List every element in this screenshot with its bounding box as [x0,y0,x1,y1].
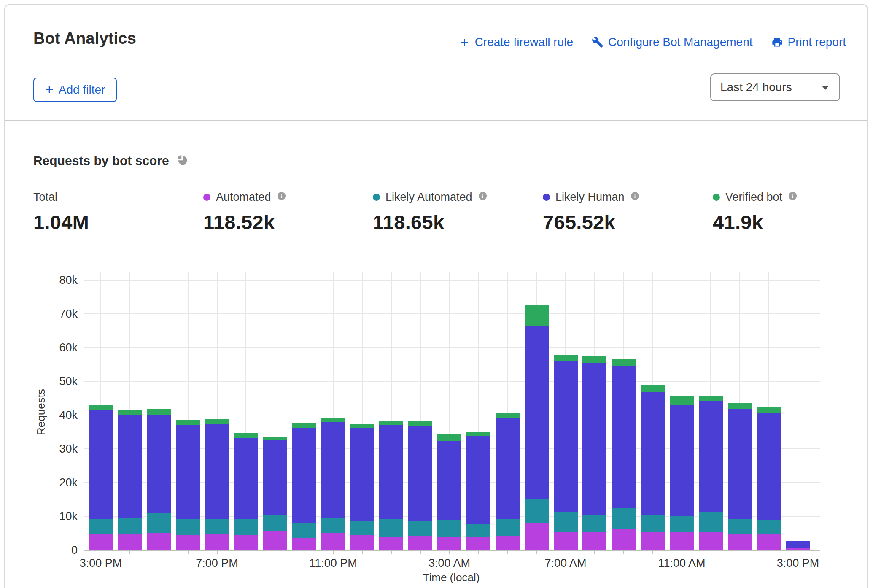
bar-segment-verified-bot[interactable] [147,409,171,415]
bar-segment-likely-human[interactable] [670,405,694,516]
bar-segment-verified-bot[interactable] [408,421,432,426]
bar-segment-automated[interactable] [670,532,694,550]
bar-segment-verified-bot[interactable] [234,433,258,438]
bar-segment-likely-human[interactable] [728,409,752,519]
bar-segment-verified-bot[interactable] [554,355,578,361]
stat-automated[interactable]: Automated 118.52k [203,191,286,234]
bar-segment-automated[interactable] [350,535,374,550]
bar-segment-likely-human[interactable] [321,422,345,518]
bar-segment-likely-automated[interactable] [466,524,490,537]
info-icon[interactable] [277,191,286,204]
bar-segment-likely-automated[interactable] [263,515,287,531]
bar-segment-likely-automated[interactable] [641,515,665,532]
bar-segment-likely-human[interactable] [408,426,432,521]
bar-segment-likely-human[interactable] [205,424,229,519]
bar-segment-likely-automated[interactable] [205,519,229,534]
bar-segment-automated[interactable] [612,529,636,550]
bar-segment-likely-automated[interactable] [670,516,694,532]
bar-segment-likely-automated[interactable] [292,523,316,538]
bar-segment-verified-bot[interactable] [321,418,345,422]
bar-segment-likely-automated[interactable] [350,521,374,535]
bar-segment-automated[interactable] [757,534,781,550]
configure-bot-management-link[interactable]: Configure Bot Management [592,35,752,49]
bar-segment-automated[interactable] [525,523,549,550]
bar-segment-automated[interactable] [263,531,287,550]
bar-segment-verified-bot[interactable] [205,419,229,424]
bar-segment-automated[interactable] [582,532,606,550]
bar-segment-likely-automated[interactable] [408,521,432,536]
bar-segment-likely-human[interactable] [89,410,113,519]
bar-segment-likely-automated[interactable] [437,520,461,537]
bar-segment-likely-automated[interactable] [234,519,258,535]
bar-segment-likely-human[interactable] [466,436,490,523]
bar-segment-likely-human[interactable] [582,363,606,515]
bar-segment-verified-bot[interactable] [292,423,316,428]
bar-segment-likely-human[interactable] [350,428,374,521]
bar-segment-verified-bot[interactable] [350,424,374,428]
bar-segment-automated[interactable] [408,536,432,550]
bar-segment-likely-human[interactable] [118,415,142,518]
bar-segment-automated[interactable] [641,532,665,550]
bar-segment-verified-bot[interactable] [379,421,403,425]
stat-likely-automated[interactable]: Likely Automated 118.65k [373,191,488,234]
bar-segment-verified-bot[interactable] [641,385,665,392]
bar-segment-likely-automated[interactable] [379,519,403,537]
bar-segment-automated[interactable] [147,533,171,550]
bar-segment-verified-bot[interactable] [466,432,490,436]
bar-segment-automated[interactable] [554,532,578,550]
bar-segment-verified-bot[interactable] [582,356,606,363]
bar-segment-likely-human[interactable] [234,438,258,518]
bar-segment-verified-bot[interactable] [728,403,752,409]
bar-segment-automated[interactable] [437,537,461,550]
bar-segment-verified-bot[interactable] [176,420,200,425]
bar-segment-verified-bot[interactable] [670,396,694,405]
bar-segment-automated[interactable] [205,534,229,550]
bar-segment-likely-human[interactable] [379,425,403,519]
bar-segment-verified-bot[interactable] [263,437,287,440]
info-icon[interactable] [478,191,488,204]
bar-segment-automated[interactable] [728,534,752,550]
bar-segment-likely-automated[interactable] [728,519,752,534]
bar-segment-automated[interactable] [786,548,810,550]
bar-segment-automated[interactable] [321,533,345,550]
bar-segment-automated[interactable] [379,537,403,550]
bar-segment-likely-automated[interactable] [525,499,549,523]
bar-segment-automated[interactable] [699,532,723,550]
bar-segment-verified-bot[interactable] [89,405,113,410]
bar-segment-likely-human[interactable] [176,425,200,519]
bar-segment-likely-automated[interactable] [554,512,578,532]
bar-segment-automated[interactable] [234,535,258,550]
bar-segment-likely-human[interactable] [612,366,636,508]
bar-segment-likely-automated[interactable] [582,515,606,532]
time-range-dropdown[interactable]: Last 24 hours [710,73,840,101]
bar-segment-likely-human[interactable] [699,401,723,512]
bar-segment-likely-human[interactable] [786,541,810,548]
bar-segment-likely-human[interactable] [496,418,520,519]
bar-segment-verified-bot[interactable] [496,413,520,418]
stat-verified-bot[interactable]: Verified bot 41.9k [713,191,798,234]
bar-segment-verified-bot[interactable] [699,396,723,401]
bar-segment-automated[interactable] [466,537,490,550]
info-icon[interactable] [630,191,640,204]
bar-segment-likely-automated[interactable] [699,512,723,532]
bar-segment-likely-automated[interactable] [321,518,345,533]
bar-segment-likely-automated[interactable] [612,508,636,529]
bar-segment-likely-human[interactable] [147,415,171,513]
bar-segment-automated[interactable] [496,536,520,550]
bar-segment-verified-bot[interactable] [118,410,142,415]
bar-segment-likely-human[interactable] [437,441,461,520]
bar-segment-likely-human[interactable] [525,326,549,499]
bar-segment-likely-human[interactable] [263,440,287,515]
bar-segment-likely-human[interactable] [757,413,781,520]
bar-segment-likely-automated[interactable] [757,520,781,534]
bar-segment-likely-automated[interactable] [786,548,810,548]
info-icon[interactable] [788,191,798,204]
bar-segment-verified-bot[interactable] [757,407,781,413]
add-filter-button[interactable]: + Add filter [33,78,117,102]
bar-segment-automated[interactable] [89,534,113,550]
bar-segment-likely-human[interactable] [292,428,316,523]
bar-segment-automated[interactable] [176,535,200,550]
bar-segment-likely-automated[interactable] [176,519,200,535]
bar-segment-likely-automated[interactable] [118,518,142,534]
bar-segment-verified-bot[interactable] [525,305,549,326]
